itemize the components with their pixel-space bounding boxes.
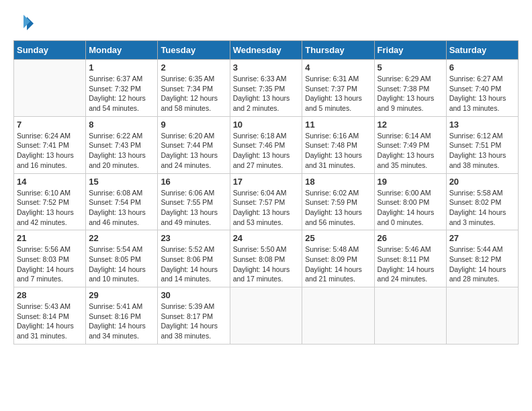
day-number: 22: [89, 233, 154, 243]
day-number: 13: [449, 120, 515, 130]
day-info: Sunrise: 5:50 AMSunset: 8:08 PMDaylight:…: [233, 244, 300, 284]
day-info: Sunrise: 6:14 AMSunset: 7:49 PMDaylight:…: [378, 131, 443, 171]
day-info: Sunrise: 6:04 AMSunset: 7:57 PMDaylight:…: [233, 188, 300, 228]
day-number: 12: [378, 120, 443, 130]
day-number: 11: [305, 120, 371, 130]
calendar-header-row: SundayMondayTuesdayWednesdayThursdayFrid…: [14, 41, 519, 60]
calendar-cell: 30Sunrise: 5:39 AMSunset: 8:17 PMDayligh…: [158, 287, 230, 345]
logo: [13, 13, 36, 34]
day-number: 5: [378, 62, 443, 73]
calendar-cell: 26Sunrise: 5:46 AMSunset: 8:11 PMDayligh…: [374, 230, 446, 287]
calendar-cell: 8Sunrise: 6:22 AMSunset: 7:43 PMDaylight…: [86, 116, 158, 173]
day-info: Sunrise: 6:24 AMSunset: 7:41 PMDaylight:…: [17, 131, 83, 171]
calendar-cell: 14Sunrise: 6:10 AMSunset: 7:52 PMDayligh…: [14, 173, 86, 230]
day-number: 25: [305, 233, 371, 243]
calendar-cell: [374, 287, 446, 345]
day-info: Sunrise: 6:18 AMSunset: 7:46 PMDaylight:…: [233, 131, 300, 171]
day-info: Sunrise: 5:58 AMSunset: 8:02 PMDaylight:…: [449, 188, 515, 228]
calendar-cell: 24Sunrise: 5:50 AMSunset: 8:08 PMDayligh…: [230, 230, 302, 287]
day-number: 16: [161, 177, 226, 187]
logo-icon: [13, 13, 34, 34]
calendar-week-row: 7Sunrise: 6:24 AMSunset: 7:41 PMDaylight…: [14, 116, 519, 173]
calendar-cell: 6Sunrise: 6:27 AMSunset: 7:40 PMDaylight…: [446, 60, 518, 117]
day-info: Sunrise: 5:43 AMSunset: 8:14 PMDaylight:…: [17, 302, 83, 341]
day-info: Sunrise: 6:27 AMSunset: 7:40 PMDaylight:…: [449, 74, 515, 113]
calendar-header-wednesday: Wednesday: [230, 41, 302, 60]
calendar-cell: 11Sunrise: 6:16 AMSunset: 7:48 PMDayligh…: [302, 116, 374, 173]
day-number: 26: [378, 233, 443, 243]
calendar-cell: 3Sunrise: 6:33 AMSunset: 7:35 PMDaylight…: [230, 60, 302, 117]
day-number: 24: [233, 233, 300, 243]
calendar-cell: 28Sunrise: 5:43 AMSunset: 8:14 PMDayligh…: [14, 287, 86, 345]
calendar-cell: 9Sunrise: 6:20 AMSunset: 7:44 PMDaylight…: [158, 116, 230, 173]
day-info: Sunrise: 6:31 AMSunset: 7:37 PMDaylight:…: [305, 74, 371, 113]
calendar-cell: 2Sunrise: 6:35 AMSunset: 7:34 PMDaylight…: [158, 60, 230, 117]
calendar-header-sunday: Sunday: [14, 41, 86, 60]
day-number: 10: [233, 120, 300, 130]
calendar-cell: 7Sunrise: 6:24 AMSunset: 7:41 PMDaylight…: [14, 116, 86, 173]
calendar-header-friday: Friday: [374, 41, 446, 60]
day-info: Sunrise: 6:06 AMSunset: 7:55 PMDaylight:…: [161, 188, 226, 228]
calendar-week-row: 28Sunrise: 5:43 AMSunset: 8:14 PMDayligh…: [14, 287, 519, 345]
day-number: 29: [89, 290, 154, 300]
calendar-header-monday: Monday: [86, 41, 158, 60]
day-number: 14: [17, 177, 83, 187]
calendar-cell: 15Sunrise: 6:08 AMSunset: 7:54 PMDayligh…: [86, 173, 158, 230]
day-info: Sunrise: 6:29 AMSunset: 7:38 PMDaylight:…: [378, 74, 443, 113]
day-number: 9: [161, 120, 226, 130]
day-number: 2: [161, 62, 226, 73]
day-number: 23: [161, 233, 226, 243]
day-info: Sunrise: 5:52 AMSunset: 8:06 PMDaylight:…: [161, 244, 226, 284]
calendar-cell: 19Sunrise: 6:00 AMSunset: 8:00 PMDayligh…: [374, 173, 446, 230]
calendar-header-thursday: Thursday: [302, 41, 374, 60]
day-info: Sunrise: 6:00 AMSunset: 8:00 PMDaylight:…: [378, 188, 443, 228]
day-number: 19: [378, 177, 443, 187]
calendar-cell: 23Sunrise: 5:52 AMSunset: 8:06 PMDayligh…: [158, 230, 230, 287]
calendar-cell: 17Sunrise: 6:04 AMSunset: 7:57 PMDayligh…: [230, 173, 302, 230]
day-info: Sunrise: 5:39 AMSunset: 8:17 PMDaylight:…: [161, 302, 226, 341]
day-number: 27: [449, 233, 515, 243]
day-info: Sunrise: 5:56 AMSunset: 8:03 PMDaylight:…: [17, 244, 83, 284]
day-info: Sunrise: 6:22 AMSunset: 7:43 PMDaylight:…: [89, 131, 154, 171]
header: [13, 13, 519, 34]
calendar: SundayMondayTuesdayWednesdayThursdayFrid…: [13, 40, 519, 345]
day-info: Sunrise: 6:08 AMSunset: 7:54 PMDaylight:…: [89, 188, 154, 228]
calendar-cell: [230, 287, 302, 345]
calendar-week-row: 1Sunrise: 6:37 AMSunset: 7:32 PMDaylight…: [14, 60, 519, 117]
day-number: 18: [305, 177, 371, 187]
calendar-cell: [14, 60, 86, 117]
day-number: 20: [449, 177, 515, 187]
calendar-header-saturday: Saturday: [446, 41, 518, 60]
calendar-cell: [446, 287, 518, 345]
day-number: 1: [89, 62, 154, 73]
day-number: 30: [161, 290, 226, 300]
calendar-cell: 1Sunrise: 6:37 AMSunset: 7:32 PMDaylight…: [86, 60, 158, 117]
calendar-cell: [302, 287, 374, 345]
day-number: 6: [449, 62, 515, 73]
day-info: Sunrise: 6:37 AMSunset: 7:32 PMDaylight:…: [89, 74, 154, 113]
calendar-cell: 13Sunrise: 6:12 AMSunset: 7:51 PMDayligh…: [446, 116, 518, 173]
calendar-cell: 4Sunrise: 6:31 AMSunset: 7:37 PMDaylight…: [302, 60, 374, 117]
calendar-cell: 10Sunrise: 6:18 AMSunset: 7:46 PMDayligh…: [230, 116, 302, 173]
day-info: Sunrise: 6:20 AMSunset: 7:44 PMDaylight:…: [161, 131, 226, 171]
calendar-cell: 25Sunrise: 5:48 AMSunset: 8:09 PMDayligh…: [302, 230, 374, 287]
day-info: Sunrise: 6:10 AMSunset: 7:52 PMDaylight:…: [17, 188, 83, 228]
calendar-week-row: 21Sunrise: 5:56 AMSunset: 8:03 PMDayligh…: [14, 230, 519, 287]
calendar-cell: 21Sunrise: 5:56 AMSunset: 8:03 PMDayligh…: [14, 230, 86, 287]
calendar-cell: 16Sunrise: 6:06 AMSunset: 7:55 PMDayligh…: [158, 173, 230, 230]
day-info: Sunrise: 6:12 AMSunset: 7:51 PMDaylight:…: [449, 131, 515, 171]
calendar-cell: 20Sunrise: 5:58 AMSunset: 8:02 PMDayligh…: [446, 173, 518, 230]
day-info: Sunrise: 5:54 AMSunset: 8:05 PMDaylight:…: [89, 244, 154, 284]
calendar-header-tuesday: Tuesday: [158, 41, 230, 60]
calendar-cell: 22Sunrise: 5:54 AMSunset: 8:05 PMDayligh…: [86, 230, 158, 287]
day-number: 28: [17, 290, 83, 300]
calendar-cell: 29Sunrise: 5:41 AMSunset: 8:16 PMDayligh…: [86, 287, 158, 345]
day-number: 3: [233, 62, 300, 73]
day-number: 4: [305, 62, 371, 73]
calendar-week-row: 14Sunrise: 6:10 AMSunset: 7:52 PMDayligh…: [14, 173, 519, 230]
day-info: Sunrise: 6:02 AMSunset: 7:59 PMDaylight:…: [305, 188, 371, 228]
day-number: 17: [233, 177, 300, 187]
day-info: Sunrise: 5:41 AMSunset: 8:16 PMDaylight:…: [89, 302, 154, 341]
calendar-cell: 27Sunrise: 5:44 AMSunset: 8:12 PMDayligh…: [446, 230, 518, 287]
day-info: Sunrise: 5:48 AMSunset: 8:09 PMDaylight:…: [305, 244, 371, 284]
